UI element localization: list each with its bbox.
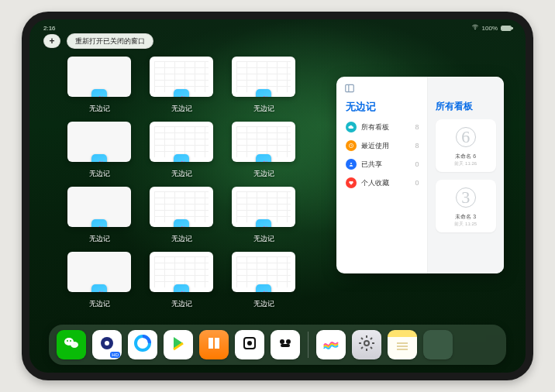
- freeform-icon: [322, 334, 340, 356]
- svg-point-10: [105, 341, 109, 346]
- window-tile[interactable]: 无边记: [147, 122, 215, 179]
- svg-point-14: [280, 339, 284, 344]
- status-bar: 2:16 100%: [29, 22, 526, 33]
- window-tile[interactable]: 无边记: [65, 57, 133, 114]
- preview-app-title: 无边记: [346, 100, 419, 114]
- window-thumbnail: [67, 187, 131, 227]
- freeform-app-icon: [174, 89, 189, 97]
- dock-app-freeform[interactable]: [316, 330, 346, 359]
- dock-app-books[interactable]: [199, 330, 229, 359]
- preview-sidebar: 无边记 所有看板8最近使用8已共享0个人收藏0: [336, 77, 427, 273]
- dock-app-quark[interactable]: HD: [92, 330, 122, 359]
- window-tile[interactable]: 无边记: [229, 252, 298, 309]
- ipad-device: 2:16 100% + 重新打开已关闭的窗口 无边记无边记无边记无边记无边记无边…: [22, 12, 533, 380]
- window-tile[interactable]: 无边记: [147, 57, 215, 114]
- large-window-preview[interactable]: ⋯ 无边记 所有看板8最近使用8已共享0个人收藏0 所有看板 6未命名 6前天 …: [336, 77, 504, 273]
- window-label: 无边记: [171, 104, 192, 114]
- window-label: 无边记: [89, 104, 110, 114]
- status-time: 2:16: [43, 25, 56, 32]
- window-thumbnail: [67, 57, 131, 97]
- dock-app-settings[interactable]: [352, 330, 381, 359]
- hd-badge: HD: [110, 352, 120, 358]
- window-label: 无边记: [253, 104, 274, 114]
- sidebar-item-clock[interactable]: 最近使用8: [346, 140, 419, 151]
- window-thumbnail: [67, 122, 131, 162]
- svg-rect-16: [281, 344, 290, 347]
- svg-point-8: [70, 340, 71, 342]
- window-tile[interactable]: 无边记: [229, 187, 298, 244]
- dock-app-game[interactable]: [271, 330, 300, 359]
- freeform-app-icon: [91, 89, 107, 97]
- notes-icon: [393, 334, 412, 356]
- freeform-app-icon: [91, 154, 107, 162]
- svg-rect-1: [346, 84, 354, 91]
- preview-section-title: 所有看板: [436, 100, 496, 113]
- dock-app-play[interactable]: [164, 330, 193, 359]
- window-thumbnail: [67, 252, 131, 292]
- freeform-app-icon: [174, 219, 189, 227]
- window-tile[interactable]: 无边记: [229, 57, 298, 114]
- game-icon: [276, 334, 295, 356]
- settings-icon: [357, 334, 376, 356]
- sidebar-item-count: 0: [415, 160, 419, 168]
- window-tile[interactable]: 无边记: [229, 122, 298, 179]
- freeform-app-icon: [256, 284, 271, 292]
- svg-point-6: [71, 342, 78, 348]
- sidebar-item-heart[interactable]: 个人收藏0: [346, 177, 419, 188]
- dock-app-folder[interactable]: [423, 330, 453, 359]
- board-card[interactable]: 6未命名 6前天 11:26: [436, 119, 496, 172]
- dock-app-dice[interactable]: [235, 330, 264, 359]
- window-thumbnail: [232, 187, 295, 227]
- board-subtitle: 前天 11:26: [454, 160, 477, 167]
- window-thumbnail: [150, 252, 213, 292]
- board-card[interactable]: 3未命名 3前天 11:25: [436, 180, 496, 232]
- sidebar-item-label: 所有看板: [361, 122, 389, 132]
- new-window-button[interactable]: +: [43, 34, 60, 48]
- window-tile[interactable]: 无边记: [65, 187, 133, 244]
- sidebar-toggle-icon[interactable]: [344, 83, 355, 94]
- board-title: 未命名 3: [455, 213, 476, 221]
- window-label: 无边记: [253, 169, 274, 179]
- clock-icon: [346, 140, 357, 151]
- dock-app-wechat[interactable]: [57, 330, 86, 359]
- freeform-app-icon: [91, 219, 107, 227]
- window-label: 无边记: [89, 169, 110, 179]
- person-icon: [346, 159, 357, 170]
- board-thumbnail: 6: [450, 124, 481, 150]
- board-subtitle: 前天 11:25: [454, 221, 477, 228]
- play-icon: [169, 334, 188, 356]
- svg-point-17: [364, 341, 369, 346]
- window-thumbnail: [150, 187, 213, 227]
- freeform-app-icon: [256, 89, 271, 97]
- dice-icon: [240, 334, 259, 356]
- sidebar-item-cloud[interactable]: 所有看板8: [346, 122, 419, 132]
- window-tile[interactable]: 无边记: [147, 187, 215, 244]
- battery-icon: [501, 26, 512, 31]
- window-tile[interactable]: 无边记: [147, 252, 215, 309]
- sidebar-item-label: 个人收藏: [361, 178, 389, 188]
- dock-separator: [308, 332, 309, 358]
- window-label: 无边记: [171, 299, 192, 309]
- sidebar-item-count: 8: [415, 142, 419, 150]
- sidebar-item-person[interactable]: 已共享0: [346, 159, 419, 170]
- cloud-icon: [346, 122, 357, 132]
- dock-app-qqbrowser[interactable]: [128, 330, 157, 359]
- svg-point-15: [286, 339, 291, 344]
- freeform-app-icon: [174, 154, 189, 162]
- qqbrowser-icon: [133, 334, 152, 356]
- sidebar-item-label: 最近使用: [361, 141, 389, 151]
- window-tile[interactable]: 无边记: [65, 122, 133, 179]
- top-bar: + 重新打开已关闭的窗口: [43, 33, 153, 49]
- svg-point-0: [474, 29, 475, 29]
- heart-icon: [346, 177, 357, 188]
- svg-point-7: [67, 340, 68, 342]
- reopen-closed-window-button[interactable]: 重新打开已关闭的窗口: [67, 33, 153, 49]
- window-thumbnail: [232, 252, 295, 292]
- wechat-icon: [62, 334, 81, 356]
- window-label: 无边记: [89, 234, 110, 244]
- window-label: 无边记: [171, 234, 192, 244]
- dock-app-notes[interactable]: [388, 330, 417, 359]
- dock: HD: [49, 325, 506, 365]
- window-thumbnail: [150, 57, 213, 97]
- window-tile[interactable]: 无边记: [65, 252, 133, 309]
